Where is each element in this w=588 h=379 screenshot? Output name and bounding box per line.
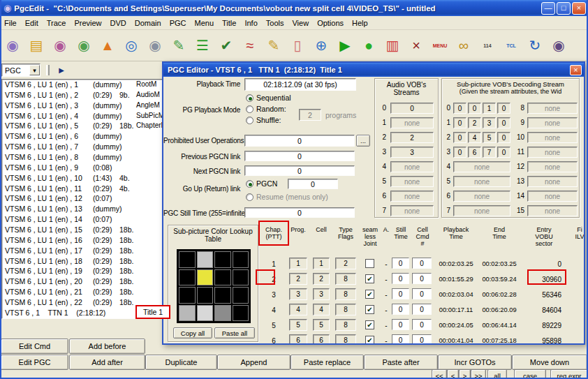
pgc-list-item[interactable]: VTST 6 , 1 TTN 1 (2:18:12): [2, 308, 177, 318]
clut-swatch[interactable]: [197, 287, 214, 304]
new-disc-icon[interactable]: ◉: [73, 35, 94, 56]
dvd-disc-icon[interactable]: ◉: [2, 35, 23, 56]
close-button[interactable]: ×: [572, 2, 586, 15]
clut-paste-all-button[interactable]: Paste all: [214, 327, 255, 339]
clut-swatch[interactable]: [214, 251, 231, 268]
burn-disc-icon[interactable]: ▲: [97, 35, 118, 56]
cell-cmd-number-input[interactable]: 0: [412, 319, 432, 330]
kill-icon[interactable]: ×: [406, 35, 427, 56]
cell-still-time-input[interactable]: 0: [392, 334, 409, 343]
run-disc-icon[interactable]: ●: [358, 35, 379, 56]
clut-swatch[interactable]: [197, 269, 214, 286]
about-icon[interactable]: ◉: [548, 35, 569, 56]
previous-pgcn-input[interactable]: 0: [244, 151, 355, 161]
menu-trace[interactable]: Trace: [43, 17, 71, 29]
title-bar[interactable]: ◉ PgcEdit - "C:\Documents and Settings\S…: [0, 0, 588, 16]
clut-swatch[interactable]: [179, 287, 196, 304]
cell-still-time-input[interactable]: 0: [392, 258, 409, 269]
reload-icon[interactable]: ↻: [524, 35, 545, 56]
chevron-down-icon[interactable]: ▾: [29, 65, 40, 75]
pgc-list-item[interactable]: VTSM 6 , LU 1 (en) , 9(0:08): [2, 163, 177, 173]
case-button[interactable]: case: [514, 369, 546, 379]
radio-goup-resume[interactable]: [246, 193, 253, 201]
pgc-list-item[interactable]: VTSM 6 , LU 1 (en) , 7(dummy): [2, 142, 177, 152]
pgc-list-item[interactable]: VTSM 6 , LU 1 (en) , 14(0:07): [2, 214, 177, 225]
globe-icon[interactable]: ⊕: [311, 35, 332, 56]
menu-view[interactable]: View: [288, 17, 313, 29]
pgc-list-item[interactable]: VTSM 6 , LU 1 (en) , 6(dummy): [2, 131, 177, 142]
pgc-list-item[interactable]: VTSM 6 , LU 1 (en) , 4(dummy)SubPicM: [2, 111, 177, 121]
menu-domain[interactable]: Domain: [131, 17, 166, 29]
cell-still-time-input[interactable]: 0: [392, 288, 409, 299]
cell-seamless-checkbox[interactable]: ✔: [365, 336, 374, 343]
cell-still-time-input[interactable]: 0: [392, 319, 409, 330]
open-folder-icon[interactable]: ▤: [26, 35, 47, 56]
clut-swatch[interactable]: [214, 269, 231, 286]
pgc-list-item[interactable]: VTSM 6 , LU 1 (en) , 21(0:29)18b.: [2, 287, 177, 297]
maximize-button[interactable]: □: [557, 2, 571, 15]
pgc-list-item[interactable]: VTSM 6 , LU 1 (en) , 17(0:29)18b.: [2, 246, 177, 256]
search-disc-icon[interactable]: ◎: [121, 35, 142, 56]
save-disc-icon[interactable]: ◉: [50, 35, 71, 56]
pgc-list-item[interactable]: VTSM 6 , LU 1 (en) , 20(0:29)18b.: [2, 276, 177, 287]
menu-file[interactable]: File: [0, 17, 21, 29]
clut-swatch[interactable]: [197, 305, 214, 322]
duplicate-button[interactable]: Duplicate: [145, 355, 217, 370]
link-icon[interactable]: ∞: [453, 35, 474, 56]
all-button[interactable]: all: [487, 369, 507, 379]
menu-dvd[interactable]: DVD: [106, 17, 131, 29]
clut-swatch[interactable]: [197, 251, 214, 268]
tcl-console-icon[interactable]: TCL: [501, 35, 522, 56]
pgc-list-item[interactable]: VTSM 6 , LU 1 (en) , 19(0:29)18b.: [2, 266, 177, 276]
pgc-list-item[interactable]: VTSM 6 , LU 1 (en) , 5(0:29)18b.ChapterM: [2, 121, 177, 131]
pgc-list-item[interactable]: VTSM 6 , LU 1 (en) , 12(0:07): [2, 193, 177, 204]
document-icon[interactable]: ▯: [287, 35, 308, 56]
clut-swatch[interactable]: [179, 305, 196, 322]
cell-seamless-checkbox[interactable]: [365, 259, 374, 268]
pgc-list-item[interactable]: VTSM 6 , LU 1 (en) , 10(1:43)4b.: [2, 173, 177, 184]
cell-cmd-number-input[interactable]: 0: [412, 273, 432, 284]
radio-shuffle[interactable]: [246, 117, 253, 124]
cell-cmd-number-input[interactable]: 0: [412, 258, 432, 269]
menu-edit[interactable]: Edit: [21, 17, 43, 29]
clut-swatch[interactable]: [233, 251, 249, 268]
pgc-list-item[interactable]: VTSM 6 , LU 1 (en) , 11(0:29)4b.: [2, 184, 177, 194]
pgc-list-item[interactable]: VTSM 6 , LU 1 (en) , 1(dummy)RootM: [2, 80, 177, 90]
dialog-title-bar[interactable]: PGC Editor - VTST 6 , 1 TTN 1 (2:18:12) …: [163, 63, 584, 77]
clut-swatch[interactable]: [214, 305, 231, 322]
paste-after-button[interactable]: Paste after: [364, 355, 438, 370]
next-pgcn-input[interactable]: 0: [244, 165, 355, 176]
pgc-list-item[interactable]: VTSM 6 , LU 1 (en) , 8(dummy): [2, 152, 177, 163]
clut-swatch[interactable]: [233, 287, 249, 304]
prohibited-ops-input[interactable]: 0: [244, 135, 355, 147]
prohibited-ops-more-button[interactable]: ...: [356, 135, 370, 147]
radio-random[interactable]: [246, 105, 253, 113]
move-down-button[interactable]: Move down: [512, 355, 587, 370]
cell-seamless-checkbox[interactable]: ✔: [365, 290, 374, 299]
cell-cmd-number-input[interactable]: 0: [412, 334, 432, 343]
req-expr-button[interactable]: req expr: [550, 369, 588, 379]
pgc-list-item[interactable]: VTSM 6 , LU 1 (en) , 3(dummy)AngleM: [2, 101, 177, 111]
clut-swatch[interactable]: [233, 269, 249, 286]
trace-icon[interactable]: ≈: [240, 35, 260, 56]
menu-tools[interactable]: Tools: [262, 17, 288, 29]
cell-seamless-checkbox[interactable]: ✔: [365, 305, 374, 314]
pgc-list-item[interactable]: VTSM 6 , LU 1 (en) , 13(dummy): [2, 204, 177, 214]
pane-grip[interactable]: [46, 65, 50, 75]
clut-swatch[interactable]: [233, 305, 249, 322]
goup-pgcn-input[interactable]: 0: [288, 179, 338, 189]
edit-cmd-button[interactable]: Edit Cmd: [1, 339, 68, 354]
copy-disc-icon[interactable]: ◉: [145, 35, 166, 56]
cell-seamless-checkbox[interactable]: ✔: [365, 320, 374, 329]
cell-cmd-number-input[interactable]: 0: [412, 304, 432, 315]
clut-swatch[interactable]: [179, 251, 196, 268]
clut-swatch[interactable]: [214, 287, 231, 304]
dialog-close-button[interactable]: ×: [570, 65, 582, 75]
menu-preview[interactable]: Preview: [70, 17, 105, 29]
menu-help[interactable]: Help: [348, 17, 372, 29]
clut-copy-all-button[interactable]: Copy all: [173, 327, 212, 339]
write-disc-icon[interactable]: ✎: [263, 35, 284, 56]
nav-prev-button[interactable]: <: [447, 369, 459, 379]
layers-icon[interactable]: ☰: [192, 35, 213, 56]
nav-next-button[interactable]: >: [459, 369, 471, 379]
